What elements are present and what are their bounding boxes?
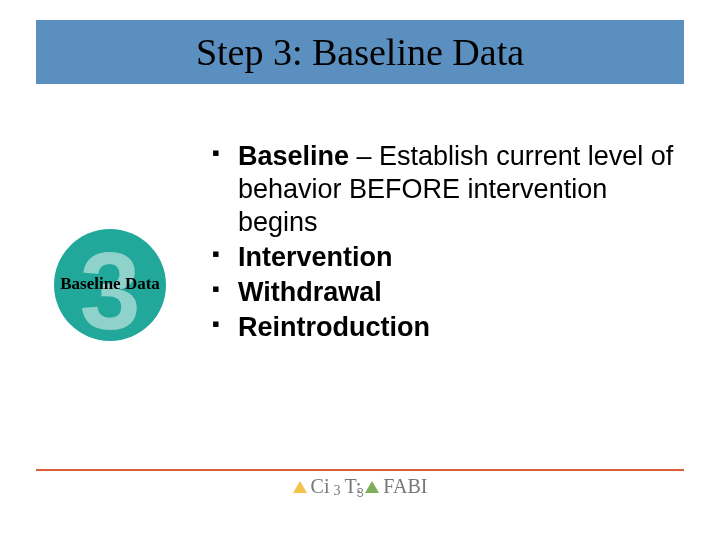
step-badge: 3 Baseline Data	[50, 225, 170, 345]
bullet-lead: Reintroduction	[238, 312, 430, 342]
slide-title: Step 3: Baseline Data	[196, 30, 524, 74]
triangle-icon	[293, 481, 307, 493]
triangle-icon	[365, 481, 379, 493]
footer-divider	[36, 469, 684, 471]
page-number: 3	[356, 485, 363, 500]
title-bar: Step 3: Baseline Data	[36, 20, 684, 84]
badge-label: Baseline Data	[60, 274, 160, 294]
brand-text: Ci	[311, 475, 330, 498]
bullet-lead: Intervention	[238, 242, 393, 272]
list-item: Baseline – Establish current level of be…	[212, 140, 692, 239]
bullet-list: Baseline – Establish current level of be…	[212, 140, 692, 346]
bullet-lead: Baseline	[238, 141, 349, 171]
list-item: Intervention	[212, 241, 692, 274]
brand-text: FABI	[383, 475, 427, 498]
brand-sub: 3	[334, 483, 341, 499]
slide: Step 3: Baseline Data 3 Baseline Data Ba…	[0, 0, 720, 540]
list-item: Reintroduction	[212, 311, 692, 344]
list-item: Withdrawal	[212, 276, 692, 309]
bullet-lead: Withdrawal	[238, 277, 382, 307]
